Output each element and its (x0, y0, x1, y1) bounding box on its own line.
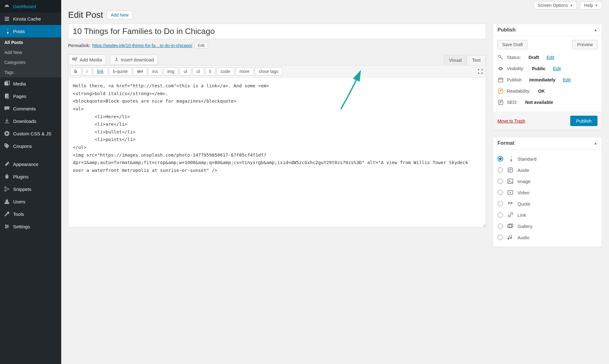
format-standard[interactable]: Standard (498, 153, 597, 164)
comments-icon (4, 105, 10, 112)
post-content-textarea[interactable] (68, 78, 486, 227)
downloads-icon (4, 118, 10, 124)
yoast-readability-icon (498, 88, 504, 94)
qt-italic[interactable]: i (82, 67, 92, 75)
svg-point-12 (5, 225, 7, 226)
format-aside[interactable]: Aside (498, 164, 597, 176)
permalink-link[interactable]: https://wpdev.ink/10-things-for-fa…to-do… (92, 43, 192, 48)
qt-ins[interactable]: ins (148, 67, 162, 75)
radio-unchecked[interactable] (498, 167, 503, 173)
editor-tab-visual[interactable]: Visual (444, 55, 467, 65)
pin-icon (4, 28, 10, 34)
sidebar-item-tools[interactable]: Tools (0, 208, 61, 220)
sidebar-item-dashboard[interactable]: Dashboard (0, 0, 61, 12)
save-draft-button[interactable]: Save Draft (498, 40, 527, 49)
add-media-button[interactable]: Add Media (68, 54, 106, 65)
pin-icon (507, 155, 514, 162)
media-icon (4, 80, 10, 87)
sidebar-item-plugins[interactable]: Plugins (0, 170, 61, 183)
sidebar-item-coupons[interactable]: Coupons (0, 140, 61, 152)
publish-button[interactable]: Publish (570, 116, 597, 126)
qt-code[interactable]: code (216, 67, 234, 75)
svg-rect-1 (5, 18, 9, 19)
sidebar-item-appearance[interactable]: Appearance (0, 158, 61, 170)
sidebar-item-label: Pages (13, 94, 27, 99)
format-video[interactable]: Video (498, 187, 597, 198)
sidebar-item-posts[interactable]: Posts (0, 25, 61, 37)
editor-tab-text[interactable]: Text (467, 55, 486, 65)
permalink-edit-button[interactable]: Edit (194, 42, 208, 49)
move-to-trash-link[interactable]: Move to Trash (498, 119, 525, 124)
sidebar-item-pages[interactable]: Pages (0, 90, 61, 102)
brush-icon (4, 161, 10, 167)
sidebar-item-label: Settings (13, 224, 30, 229)
publish-box-header[interactable]: Publish ▲ (493, 24, 602, 36)
qt-ul[interactable]: ul (180, 67, 191, 75)
radio-unchecked[interactable] (498, 178, 503, 184)
sidebar-item-custom-css[interactable]: Custom CSS & JS (0, 127, 61, 140)
format-image[interactable]: Image (498, 176, 597, 187)
qt-del[interactable]: del (133, 67, 147, 75)
fullscreen-icon[interactable] (477, 68, 484, 75)
qt-img[interactable]: img (163, 67, 179, 75)
sidebar-item-media[interactable]: Media (0, 77, 61, 90)
qt-more[interactable]: more (235, 67, 254, 75)
sidebar-item-label: Snippets (13, 187, 31, 192)
radio-unchecked[interactable] (498, 223, 503, 229)
add-new-button[interactable]: Add New (107, 11, 133, 19)
visibility-edit-link[interactable]: Edit (553, 66, 561, 71)
schedule-edit-link[interactable]: Edit (563, 77, 571, 82)
radio-unchecked[interactable] (498, 235, 503, 240)
qt-bold[interactable]: b (70, 67, 81, 75)
eye-icon (498, 66, 504, 72)
sidebar-item-downloads[interactable]: Downloads (0, 115, 61, 127)
insert-download-button[interactable]: Insert download (110, 55, 158, 65)
screen-options-button[interactable]: Screen Options ▼ (534, 1, 577, 9)
sidebar-item-snippets[interactable]: Snippets (0, 183, 61, 195)
sidebar-item-kinsta-cache[interactable]: Kinsta Cache (0, 12, 61, 25)
qt-li[interactable]: li (205, 67, 215, 75)
sidebar-item-label: Plugins (13, 174, 28, 179)
chevron-up-icon: ▲ (594, 141, 597, 145)
svg-point-10 (5, 190, 6, 192)
gallery-icon (507, 223, 514, 230)
svg-point-8 (5, 144, 6, 145)
format-gallery[interactable]: Gallery (498, 221, 597, 232)
quicktags-toolbar: b i link b-quote del ins img ul ol li co… (68, 65, 486, 78)
sidebar-item-label: Dashboard (13, 4, 36, 9)
submenu-item-add-new[interactable]: Add New (0, 47, 61, 57)
format-quote[interactable]: Quote (498, 198, 597, 209)
key-icon (498, 54, 504, 61)
format-audio[interactable]: Audio (498, 232, 597, 243)
qt-blockquote[interactable]: b-quote (109, 67, 132, 75)
svg-point-17 (498, 55, 501, 57)
post-title-input[interactable] (68, 24, 486, 39)
dashboard-icon (4, 3, 10, 9)
radio-unchecked[interactable] (498, 212, 503, 218)
format-link[interactable]: Link (498, 209, 597, 221)
plus-icon (4, 130, 10, 137)
sidebar-item-label: Posts (13, 29, 25, 34)
aside-icon (507, 167, 514, 173)
preview-button[interactable]: Preview (572, 40, 597, 49)
svg-rect-2 (5, 20, 9, 21)
sidebar-item-comments[interactable]: Comments (0, 102, 61, 115)
settings-icon (4, 223, 10, 230)
yoast-seo-icon (498, 99, 504, 105)
radio-unchecked[interactable] (498, 201, 503, 206)
radio-unchecked[interactable] (498, 190, 503, 195)
download-icon (114, 57, 119, 63)
sidebar-item-settings[interactable]: Settings (0, 220, 61, 233)
sidebar-item-users[interactable]: Users (0, 195, 61, 208)
submenu-item-all-posts[interactable]: All Posts (0, 37, 61, 47)
submenu-item-tags[interactable]: Tags (0, 67, 61, 77)
status-edit-link[interactable]: Edit (547, 55, 554, 60)
submenu-item-categories[interactable]: Categories (0, 57, 61, 67)
radio-checked[interactable] (498, 156, 503, 162)
qt-close-tags[interactable]: close tags (255, 67, 283, 75)
qt-link[interactable]: link (93, 67, 108, 75)
sidebar-item-label: Tools (13, 211, 24, 217)
qt-ol[interactable]: ol (192, 67, 204, 75)
help-button[interactable]: Help ▼ (580, 1, 602, 9)
format-box-header[interactable]: Format ▲ (493, 137, 602, 149)
